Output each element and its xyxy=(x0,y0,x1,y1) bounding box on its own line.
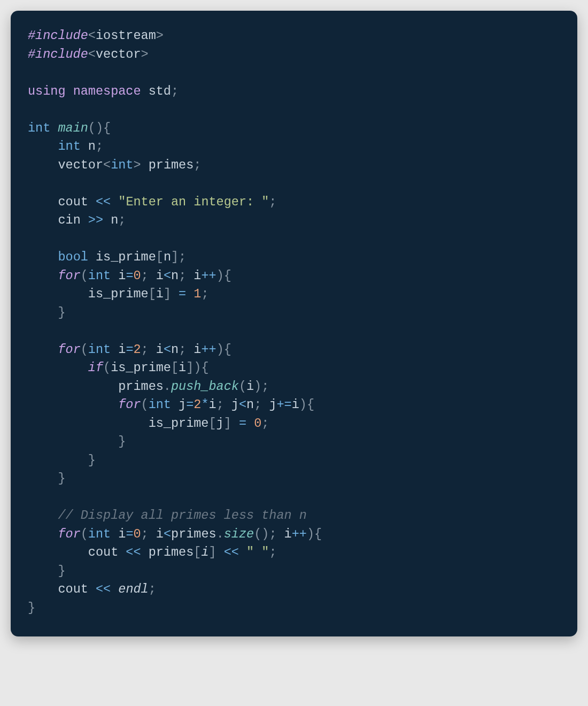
code-token xyxy=(28,471,58,486)
code-token: > xyxy=(141,47,149,62)
code-token: is_prime xyxy=(96,250,156,264)
code-token xyxy=(28,379,118,394)
code-token xyxy=(88,250,96,264)
code-token: [ xyxy=(208,416,216,431)
code-token: ( xyxy=(81,342,88,357)
code-token: i xyxy=(156,287,164,301)
code-token: ){ xyxy=(216,342,231,357)
code-token: int xyxy=(58,139,80,154)
code-token: #include xyxy=(28,28,88,43)
code-token xyxy=(28,287,88,301)
code-token xyxy=(28,158,58,172)
code-token: n xyxy=(88,139,96,154)
code-token: ++ xyxy=(292,527,307,541)
code-token: i xyxy=(179,360,186,375)
code-token: < xyxy=(164,342,171,357)
code-token: ]){ xyxy=(186,360,208,375)
code-token: . xyxy=(164,379,171,394)
code-token: ; xyxy=(254,397,269,412)
code-token: vector xyxy=(58,158,103,172)
code-token xyxy=(28,305,58,320)
code-token: } xyxy=(88,453,96,467)
code-token xyxy=(28,342,58,357)
code-token: } xyxy=(118,434,126,449)
code-token xyxy=(28,268,58,283)
code-token xyxy=(171,397,179,412)
code-token: std xyxy=(149,84,171,98)
code-token: ; xyxy=(141,342,156,357)
code-token: ; xyxy=(194,158,201,172)
code-token: ( xyxy=(141,397,149,412)
code-token xyxy=(28,397,118,412)
code-token: += xyxy=(277,397,292,412)
code-token: ( xyxy=(103,360,111,375)
code-token xyxy=(103,213,111,227)
code-token: ; xyxy=(269,195,276,209)
code-token: ; xyxy=(171,84,179,98)
code-token: i xyxy=(118,342,126,357)
code-token xyxy=(141,84,149,98)
code-token: for xyxy=(58,527,80,541)
code-token: } xyxy=(28,601,35,615)
code-token xyxy=(28,213,58,227)
code-token: * xyxy=(201,397,208,412)
code-token: i xyxy=(156,527,164,541)
code-token: j xyxy=(179,397,186,412)
code-token: is_prime xyxy=(88,287,149,301)
code-token: . xyxy=(216,527,224,541)
code-token: int xyxy=(149,397,171,412)
code-token: j xyxy=(269,397,276,412)
code-token: ){ xyxy=(307,527,322,541)
code-token: ] xyxy=(164,287,179,301)
code-token xyxy=(66,84,73,98)
code-token: << xyxy=(96,582,111,596)
code-token: i xyxy=(292,397,299,412)
code-token: "Enter an integer: " xyxy=(118,195,269,209)
code-token: int xyxy=(88,268,111,283)
code-token: } xyxy=(58,305,65,320)
code-token: = xyxy=(126,268,133,283)
code-token: cout xyxy=(58,195,88,209)
code-block: #include<iostream> #include<vector> usin… xyxy=(11,11,577,636)
code-token: i xyxy=(118,268,126,283)
code-token xyxy=(50,121,58,135)
code-token xyxy=(246,416,254,431)
code-token: // Display all primes less than n xyxy=(58,508,306,523)
code-token: } xyxy=(58,564,65,578)
code-token: namespace xyxy=(73,84,141,98)
code-content[interactable]: #include<iostream> #include<vector> usin… xyxy=(28,27,560,617)
code-token: 2 xyxy=(194,397,201,412)
code-token: [ xyxy=(171,360,179,375)
code-token: int xyxy=(88,527,111,541)
code-token: cout xyxy=(58,582,88,596)
code-token xyxy=(88,582,96,596)
code-token xyxy=(111,582,118,596)
code-token: = xyxy=(126,527,133,541)
code-token: = xyxy=(126,342,133,357)
code-token: = xyxy=(186,397,194,412)
code-token xyxy=(88,195,96,209)
code-token: for xyxy=(58,342,80,357)
code-token: main xyxy=(58,121,88,135)
code-token xyxy=(141,545,149,559)
code-token: > xyxy=(156,28,164,43)
code-token: n xyxy=(111,213,118,227)
code-token: primes xyxy=(149,158,194,172)
code-token: ; xyxy=(141,268,156,283)
code-token: << xyxy=(126,545,141,559)
code-token: vector xyxy=(96,47,141,62)
code-token: primes xyxy=(149,545,194,559)
code-token: ]; xyxy=(171,250,186,264)
code-token: = xyxy=(239,416,246,431)
code-token: n xyxy=(171,342,179,357)
code-token: n xyxy=(164,250,171,264)
code-token xyxy=(28,453,88,467)
code-token: i xyxy=(201,545,208,559)
code-token: < xyxy=(103,158,111,172)
code-token: for xyxy=(58,268,80,283)
code-token xyxy=(28,582,58,596)
code-token xyxy=(186,287,194,301)
code-token: ); xyxy=(254,379,269,394)
code-token: ; xyxy=(216,397,231,412)
code-token xyxy=(28,139,58,154)
